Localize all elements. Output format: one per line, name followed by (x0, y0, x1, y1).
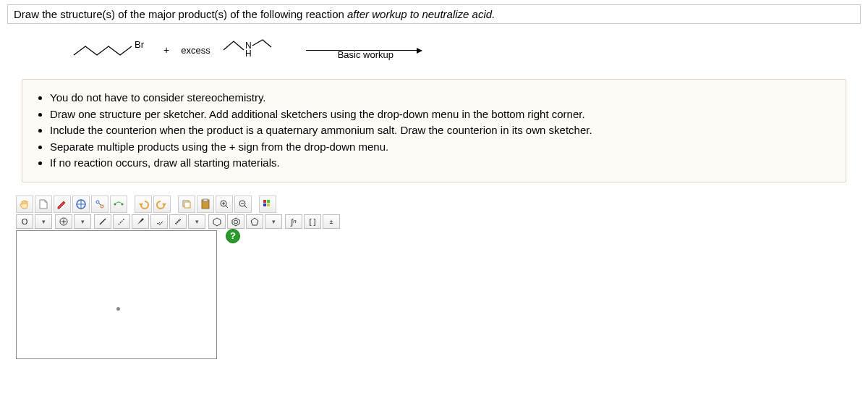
move-icon[interactable] (72, 196, 90, 213)
copy-icon[interactable] (178, 196, 195, 213)
bracket-icon[interactable]: [ ] (304, 214, 321, 229)
plus-sign: + (163, 44, 169, 56)
bond-dropdown-icon[interactable]: ▾ (188, 214, 205, 229)
svg-point-1 (96, 201, 99, 203)
svg-rect-13 (263, 203, 266, 206)
ring-pentagon-icon[interactable] (246, 214, 263, 229)
sketcher: O ▾ ▾ ▾ ▾ ∫n [ ] ± ? (16, 196, 861, 359)
arrow-label: Basic workup (338, 49, 393, 60)
atom-selector[interactable]: O (16, 214, 33, 229)
zoom-fit-icon[interactable] (91, 196, 109, 213)
instruction-item: If no reaction occurs, draw all starting… (50, 155, 834, 172)
instruction-item: You do not have to consider stereochemis… (50, 90, 834, 106)
question-text: Draw the structure(s) of the major produ… (14, 8, 495, 20)
svg-marker-24 (251, 218, 258, 225)
double-bond-icon[interactable] (169, 214, 187, 229)
color-tool-icon[interactable] (259, 196, 276, 213)
zoom-out-icon[interactable] (234, 196, 252, 213)
single-bond-icon[interactable] (94, 214, 111, 229)
h-label: H (245, 49, 252, 59)
hand-tool-icon[interactable] (16, 196, 33, 213)
svg-point-4 (122, 203, 124, 205)
question-prefix: Draw the structure(s) of the major produ… (14, 8, 347, 20)
sketcher-canvas[interactable] (16, 230, 217, 359)
clean-icon[interactable] (110, 196, 127, 213)
svg-rect-8 (203, 199, 208, 201)
reaction-scheme: Br + excess N H Basic workup (72, 35, 861, 64)
instructions-box: You do not have to consider stereochemis… (22, 79, 846, 182)
svg-point-3 (114, 203, 116, 205)
svg-rect-11 (263, 200, 266, 203)
edit-icon[interactable] (54, 196, 71, 213)
svg-marker-22 (232, 218, 239, 226)
redo-icon[interactable] (153, 196, 171, 213)
ring-hexagon-icon[interactable] (208, 214, 226, 229)
instruction-item: Include the counterion when the product … (50, 122, 834, 139)
wedge-bond-icon[interactable] (132, 214, 149, 229)
toolbar-row-1 (16, 196, 861, 213)
svg-marker-21 (213, 218, 221, 226)
atom-dropdown-icon[interactable]: ▾ (35, 214, 52, 229)
open-file-icon[interactable] (35, 196, 52, 213)
ring-dropdown-icon[interactable]: ▾ (265, 214, 282, 229)
ring-benzene-icon[interactable] (227, 214, 244, 229)
svg-line-17 (119, 219, 124, 224)
undo-icon[interactable] (135, 196, 152, 213)
charge-icon[interactable]: ± (323, 214, 340, 229)
help-button[interactable]: ? (226, 229, 240, 243)
excess-label: excess (181, 45, 210, 56)
paste-icon[interactable] (197, 196, 214, 213)
instruction-item: Draw one structure per sketcher. Add add… (50, 106, 834, 123)
svg-point-23 (234, 220, 238, 224)
integral-n-icon[interactable]: ∫n (285, 214, 302, 229)
reaction-arrow: Basic workup (306, 39, 422, 61)
br-label: Br (135, 39, 145, 50)
svg-rect-12 (267, 200, 270, 203)
instruction-item: Separate multiple products using the + s… (50, 139, 834, 156)
dotted-bond-icon[interactable] (113, 214, 130, 229)
add-atom-icon[interactable] (55, 214, 72, 229)
question-italic: after workup to neutralize acid. (347, 8, 495, 20)
reagent-alkyl-bromide: Br (72, 39, 152, 61)
svg-point-2 (101, 205, 103, 208)
toolbar-row-2: O ▾ ▾ ▾ ▾ ∫n [ ] ± (16, 214, 861, 229)
hash-bond-icon[interactable] (150, 214, 168, 229)
svg-rect-6 (184, 202, 190, 208)
svg-line-16 (100, 219, 106, 224)
svg-rect-14 (267, 203, 270, 206)
canvas-center-dot (116, 307, 120, 311)
question-bar: Draw the structure(s) of the major produ… (7, 4, 861, 24)
add-dropdown-icon[interactable]: ▾ (74, 214, 91, 229)
svg-marker-18 (137, 218, 144, 224)
reagent-amine: N H (222, 35, 273, 64)
zoom-in-icon[interactable] (216, 196, 233, 213)
